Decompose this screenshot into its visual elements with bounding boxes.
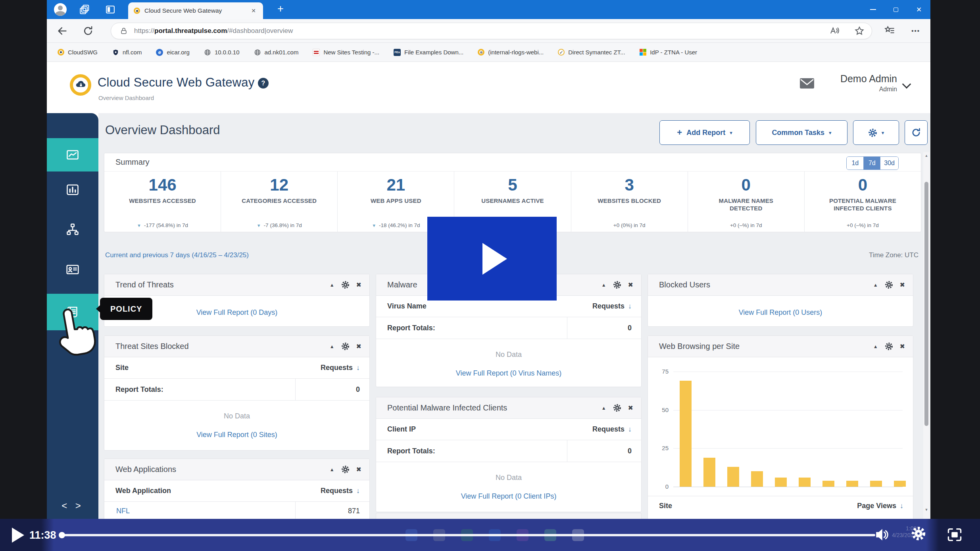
chevron-down-icon[interactable] [902,80,911,89]
fullscreen-icon[interactable] [947,527,963,544]
scroll-down-icon[interactable]: ▼ [923,508,930,512]
close-widget-icon[interactable]: ✖ [900,281,905,289]
bookmark-label: IdP - ZTNA - User [650,49,697,56]
new-tab-button[interactable]: + [274,2,287,16]
stat-delta: +0 (–%) in 7d [805,222,921,228]
bookmark-item[interactable]: ad.nk01.com [254,49,299,56]
dashboard-settings-button[interactable]: ▾ [853,120,899,145]
mail-icon[interactable] [799,78,815,89]
bookmark-item[interactable]: 10.0.0.10 [204,49,240,56]
no-data-label: No Data [376,351,641,359]
bookmark-item[interactable]: (internal-rlogs-webi... [478,49,544,56]
close-widget-icon[interactable]: ✖ [900,343,905,350]
gear-icon[interactable] [885,281,893,289]
close-widget-icon[interactable]: ✖ [356,281,361,289]
favorites-bar-icon[interactable] [884,25,895,36]
sort-down-icon: ↓ [628,302,632,310]
collapse-widget-icon[interactable]: ▲ [330,467,334,472]
bookmark-item[interactable]: FExFile Examples Down... [394,49,463,56]
sidebar-collapse-button[interactable]: < > [47,500,98,511]
gear-icon[interactable] [885,342,893,351]
browser-menu-icon[interactable]: ••• [911,27,920,34]
close-widget-icon[interactable]: ✖ [356,466,361,473]
add-report-button[interactable]: + Add Report ▾ [659,120,750,145]
view-full-report-link[interactable]: View Full Report (0 Users) [648,308,913,317]
refresh-icon[interactable] [83,25,94,37]
video-play-button[interactable] [12,528,24,543]
video-player-frame: Cloud Secure Web Gateway ✕ + ✕ https://p… [0,0,980,551]
scroll-up-icon[interactable]: ▲ [923,154,930,158]
view-full-report-link[interactable]: View Full Report (0 Sites) [104,431,369,439]
bookmark-item[interactable]: ✓Direct Symantec ZT... [558,49,625,56]
close-widget-icon[interactable]: ✖ [356,343,361,350]
bookmark-item[interactable]: IdP - ZTNA - User [640,49,697,56]
column-header-sort[interactable]: Requests↓ [321,364,360,372]
video-settings-gear-icon[interactable] [911,526,926,543]
web-app-link[interactable]: NFL [104,507,130,515]
range-button-30d[interactable]: 30d [880,157,898,170]
read-aloud-icon[interactable] [830,26,840,36]
gear-icon[interactable] [341,465,350,474]
video-timestamp: 11:38 [29,529,56,541]
window-maximize-button[interactable] [884,0,907,19]
collapse-widget-icon[interactable]: ▲ [601,282,606,288]
back-icon[interactable] [57,25,68,37]
view-full-report-link[interactable]: View Full Report (0 Client IPs) [376,492,641,501]
collapse-widget-icon[interactable]: ▲ [873,282,878,288]
lock-icon[interactable] [120,27,128,35]
browser-tab-strip: Cloud Secure Web Gateway ✕ + ✕ [47,0,930,19]
gear-icon[interactable] [341,342,350,351]
tab-close-icon[interactable]: ✕ [250,7,257,15]
browser-tab[interactable]: Cloud Secure Web Gateway ✕ [128,2,263,19]
url-text: https://portal.threatpulse.com/#dashboar… [134,27,293,35]
favorite-star-icon[interactable] [854,26,865,36]
close-widget-icon[interactable]: ✖ [628,281,633,289]
workspaces-icon[interactable] [79,4,90,15]
help-icon[interactable]: ? [258,78,269,89]
symantec-logo [69,74,92,96]
window-minimize-button[interactable] [861,0,884,19]
bookmark-label: (internal-rlogs-webi... [488,49,544,56]
column-header-sort[interactable]: Requests↓ [321,487,360,495]
gear-icon[interactable] [613,404,621,412]
volume-icon[interactable] [875,527,891,544]
bookmark-item[interactable]: New Sites Testing -... [313,49,379,56]
view-full-report-link[interactable]: View Full Report (0 Virus Names) [376,369,641,378]
collapse-widget-icon[interactable]: ▲ [330,344,334,349]
refresh-dashboard-button[interactable] [905,120,928,145]
new-sites-favicon-icon [313,49,320,56]
range-button-1d[interactable]: 1d [847,157,863,170]
scrollbar-thumb[interactable] [924,182,928,426]
gear-icon[interactable] [613,281,621,289]
tab-actions-icon[interactable] [105,4,116,15]
bookmark-item[interactable]: CloudSWG [58,49,98,56]
video-play-overlay-button[interactable] [427,217,557,301]
sidebar-item-accounts[interactable] [47,253,98,286]
bookmark-item[interactable]: eeicar.org [156,49,190,56]
range-button-7d[interactable]: 7d [863,157,880,170]
bookmark-item[interactable]: nfl.com [112,49,142,56]
column-header: Site [115,364,129,372]
sidebar-item-reports[interactable] [47,173,98,206]
gear-icon [868,128,877,137]
browser-profile-avatar[interactable] [54,3,67,16]
sidebar-item-dashboard[interactable] [47,138,98,171]
gear-icon[interactable] [341,281,350,289]
column-header-sort[interactable]: Requests↓ [592,425,632,433]
window-close-button[interactable]: ✕ [907,0,930,19]
common-tasks-button[interactable]: Common Tasks ▾ [756,120,847,145]
collapse-widget-icon[interactable]: ▲ [873,344,878,349]
address-bar[interactable]: https://portal.threatpulse.com/#dashboar… [111,23,872,39]
page-scrollbar[interactable]: ▲ ▼ [923,152,930,551]
y-axis-tick: 0 [653,483,669,490]
column-header-sort[interactable]: Requests↓ [592,302,632,310]
column-header-sort[interactable]: Page Views↓ [857,502,903,510]
user-menu[interactable]: Demo Admin Admin [840,73,897,93]
close-widget-icon[interactable]: ✖ [628,404,633,412]
collapse-widget-icon[interactable]: ▲ [330,282,334,288]
widget-title: Potential Malware Infected Clients [387,403,507,412]
report-totals-row: Report Totals:0 [104,379,369,401]
sidebar-item-hierarchy[interactable] [47,213,98,246]
collapse-widget-icon[interactable]: ▲ [601,405,606,411]
video-progress-track[interactable] [63,534,875,536]
